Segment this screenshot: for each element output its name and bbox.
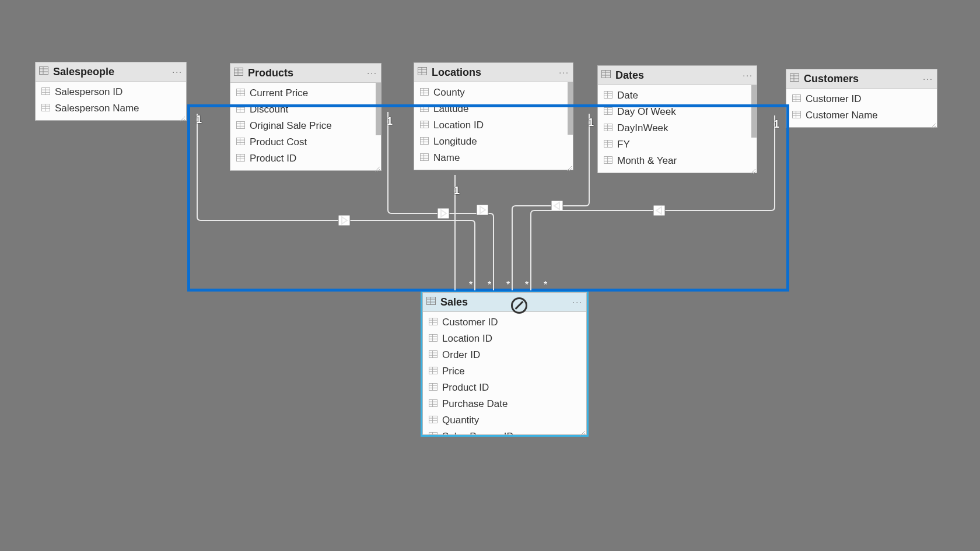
field-label: Customer ID: [806, 93, 861, 105]
field-item[interactable]: Sales Person ID: [423, 429, 586, 434]
svg-rect-28: [237, 138, 245, 145]
table-products[interactable]: Products···Current PriceDiscountOriginal…: [230, 63, 382, 171]
table-header[interactable]: Customers···: [786, 69, 937, 89]
column-icon: [429, 431, 438, 434]
field-item[interactable]: Latitude: [414, 101, 573, 117]
field-label: Latitude: [433, 103, 469, 115]
resize-handle[interactable]: [580, 428, 586, 434]
field-item[interactable]: Day Of Week: [598, 104, 757, 120]
table-menu-button[interactable]: ···: [172, 67, 183, 76]
svg-rect-12: [235, 68, 243, 76]
table-title: Locations: [432, 66, 559, 79]
scrollbar[interactable]: [376, 83, 381, 135]
svg-rect-136: [653, 205, 665, 216]
field-item[interactable]: Longitude: [414, 134, 573, 150]
column-icon: [236, 136, 245, 148]
svg-rect-8: [42, 104, 50, 111]
field-item[interactable]: Purchase Date: [423, 396, 586, 412]
svg-rect-92: [793, 111, 801, 118]
field-item[interactable]: Original Sale Price: [230, 118, 381, 134]
field-label: Location ID: [433, 120, 484, 131]
table-menu-button[interactable]: ···: [923, 74, 933, 83]
field-item[interactable]: Month & Year: [598, 153, 757, 169]
field-label: Location ID: [442, 333, 492, 345]
field-item[interactable]: County: [414, 85, 573, 101]
table-customers[interactable]: Customers···Customer IDCustomer Name: [786, 69, 937, 128]
field-item[interactable]: Date: [598, 87, 757, 104]
table-menu-button[interactable]: ···: [743, 71, 753, 80]
table-locations[interactable]: Locations···CountyLatitudeLocation IDLon…: [414, 62, 573, 170]
field-item[interactable]: Location ID: [414, 117, 573, 134]
table-header[interactable]: Salespeople···: [36, 62, 186, 82]
field-label: Product Cost: [250, 136, 307, 148]
field-item[interactable]: Product ID: [423, 380, 586, 396]
field-label: Longitude: [433, 136, 477, 148]
column-icon: [604, 90, 612, 101]
table-header[interactable]: Dates···: [598, 66, 757, 85]
column-icon: [429, 349, 438, 361]
table-dates[interactable]: Dates···DateDay Of WeekDayInWeekFYMonth …: [597, 65, 757, 173]
table-header[interactable]: Locations···: [414, 63, 573, 82]
column-icon: [604, 106, 612, 118]
svg-rect-124: [429, 416, 438, 423]
column-icon: [236, 87, 245, 99]
column-icon: [429, 317, 438, 328]
table-sales[interactable]: Sales···Customer IDLocation IDOrder IDPr…: [422, 292, 587, 435]
field-list: Customer IDCustomer Name: [786, 89, 937, 127]
scrollbar[interactable]: [568, 82, 573, 135]
field-item[interactable]: Customer ID: [423, 314, 586, 331]
field-item[interactable]: Discount: [230, 101, 381, 118]
field-item[interactable]: Salesperson Name: [36, 100, 186, 117]
column-icon: [41, 103, 50, 114]
field-item[interactable]: FY: [598, 136, 757, 153]
field-item[interactable]: Salesperson ID: [36, 84, 186, 100]
field-item[interactable]: Order ID: [423, 347, 586, 363]
field-item[interactable]: Product Cost: [230, 134, 381, 150]
field-item[interactable]: Customer Name: [786, 107, 937, 124]
field-item[interactable]: Quantity: [423, 412, 586, 429]
resize-handle[interactable]: [180, 114, 186, 120]
svg-rect-133: [438, 208, 449, 219]
field-list: Salesperson IDSalesperson Name: [36, 82, 186, 120]
table-menu-button[interactable]: ···: [367, 68, 377, 78]
table-header[interactable]: Sales···: [423, 293, 586, 312]
column-icon: [604, 139, 612, 150]
resize-handle[interactable]: [374, 164, 380, 170]
field-item[interactable]: Name: [414, 150, 573, 166]
field-label: Salesperson ID: [55, 86, 123, 98]
table-title: Salespeople: [53, 66, 172, 78]
field-label: Sales Person ID: [442, 431, 514, 434]
table-header[interactable]: Products···: [230, 64, 381, 83]
field-list: Current PriceDiscountOriginal Sale Price…: [230, 83, 381, 170]
field-item[interactable]: Current Price: [230, 85, 381, 101]
svg-rect-72: [604, 124, 612, 131]
field-item[interactable]: Location ID: [423, 331, 586, 347]
column-icon: [429, 415, 438, 426]
scrollbar[interactable]: [751, 85, 757, 138]
field-label: Customer ID: [442, 317, 498, 328]
table-menu-button[interactable]: ···: [559, 68, 569, 77]
resize-handle[interactable]: [566, 163, 572, 169]
cardinality-one: 1: [387, 115, 393, 128]
field-item[interactable]: DayInWeek: [598, 120, 757, 136]
field-item[interactable]: Customer ID: [786, 91, 937, 107]
model-canvas[interactable]: Salespeople···Salesperson IDSalesperson …: [0, 0, 980, 551]
table-salespeople[interactable]: Salespeople···Salesperson IDSalesperson …: [35, 62, 187, 121]
svg-rect-36: [418, 68, 427, 75]
column-icon: [429, 333, 438, 345]
svg-rect-120: [429, 399, 438, 406]
svg-rect-132: [338, 215, 350, 226]
table-menu-button[interactable]: ···: [572, 297, 583, 307]
field-label: County: [433, 87, 465, 99]
field-label: Name: [433, 152, 460, 164]
resize-handle[interactable]: [930, 121, 936, 127]
table-icon: [601, 70, 611, 80]
field-item[interactable]: Price: [423, 363, 586, 380]
svg-rect-104: [429, 334, 438, 341]
field-label: Current Price: [250, 87, 308, 99]
table-title: Products: [248, 67, 367, 79]
cardinality-one: 1: [454, 185, 460, 197]
svg-rect-80: [604, 156, 612, 163]
field-item[interactable]: Product ID: [230, 150, 381, 167]
resize-handle[interactable]: [750, 166, 756, 172]
